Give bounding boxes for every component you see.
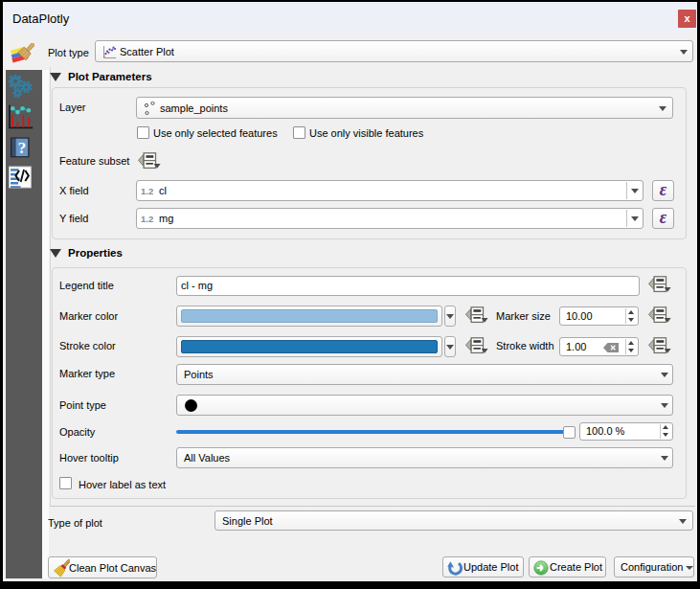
svg-text:?: ? xyxy=(18,139,27,157)
